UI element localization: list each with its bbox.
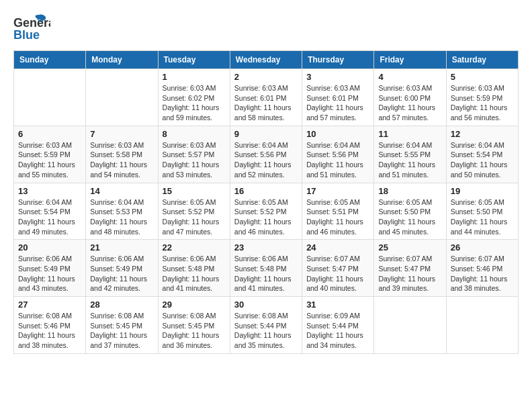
day-number: 20 bbox=[18, 242, 81, 253]
calendar-cell: 23Sunrise: 6:06 AMSunset: 5:48 PMDayligh… bbox=[230, 240, 302, 297]
weekday-header-tuesday: Tuesday bbox=[158, 51, 230, 69]
day-info: Sunrise: 6:04 AMSunset: 5:56 PMDaylight:… bbox=[234, 140, 298, 180]
day-number: 1 bbox=[163, 72, 226, 82]
calendar-cell: 3Sunrise: 6:03 AMSunset: 6:01 PMDaylight… bbox=[302, 69, 374, 126]
calendar-table: SundayMondayTuesdayWednesdayThursdayFrid… bbox=[13, 50, 519, 354]
day-number: 17 bbox=[306, 186, 369, 196]
day-info: Sunrise: 6:05 AMSunset: 5:50 PMDaylight:… bbox=[451, 197, 514, 237]
day-number: 18 bbox=[378, 186, 441, 196]
day-number: 27 bbox=[18, 300, 81, 310]
day-number: 30 bbox=[234, 300, 298, 310]
calendar-cell: 20Sunrise: 6:06 AMSunset: 5:49 PMDayligh… bbox=[14, 240, 86, 297]
calendar-cell: 29Sunrise: 6:08 AMSunset: 5:45 PMDayligh… bbox=[158, 297, 230, 354]
day-info: Sunrise: 6:06 AMSunset: 5:49 PMDaylight:… bbox=[18, 254, 81, 293]
calendar-cell: 5Sunrise: 6:03 AMSunset: 5:59 PMDaylight… bbox=[446, 69, 518, 126]
day-number: 24 bbox=[306, 242, 369, 253]
day-info: Sunrise: 6:03 AMSunset: 5:58 PMDaylight:… bbox=[90, 140, 153, 180]
calendar-header: SundayMondayTuesdayWednesdayThursdayFrid… bbox=[14, 51, 519, 69]
day-number: 22 bbox=[163, 242, 226, 253]
day-number: 21 bbox=[90, 242, 153, 253]
calendar-cell: 28Sunrise: 6:08 AMSunset: 5:45 PMDayligh… bbox=[86, 297, 158, 354]
calendar-cell: 30Sunrise: 6:08 AMSunset: 5:44 PMDayligh… bbox=[230, 297, 302, 354]
day-info: Sunrise: 6:05 AMSunset: 5:52 PMDaylight:… bbox=[234, 197, 298, 237]
calendar-cell bbox=[374, 297, 446, 354]
calendar-cell: 24Sunrise: 6:07 AMSunset: 5:47 PMDayligh… bbox=[302, 240, 374, 297]
weekday-row: SundayMondayTuesdayWednesdayThursdayFrid… bbox=[14, 51, 519, 69]
calendar-cell: 1Sunrise: 6:03 AMSunset: 6:02 PMDaylight… bbox=[158, 69, 230, 126]
day-info: Sunrise: 6:03 AMSunset: 5:59 PMDaylight:… bbox=[18, 140, 81, 180]
day-number: 5 bbox=[451, 72, 514, 82]
calendar-cell: 9Sunrise: 6:04 AMSunset: 5:56 PMDaylight… bbox=[230, 126, 302, 183]
weekday-header-wednesday: Wednesday bbox=[230, 51, 302, 69]
day-number: 6 bbox=[18, 129, 81, 139]
calendar-cell bbox=[446, 297, 518, 354]
calendar-cell: 13Sunrise: 6:04 AMSunset: 5:54 PMDayligh… bbox=[14, 183, 86, 240]
calendar-cell: 14Sunrise: 6:04 AMSunset: 5:53 PMDayligh… bbox=[86, 183, 158, 240]
calendar-cell bbox=[86, 69, 158, 126]
calendar-week-2: 6Sunrise: 6:03 AMSunset: 5:59 PMDaylight… bbox=[14, 126, 519, 183]
calendar-cell: 15Sunrise: 6:05 AMSunset: 5:52 PMDayligh… bbox=[158, 183, 230, 240]
day-number: 3 bbox=[306, 72, 369, 82]
calendar-week-4: 20Sunrise: 6:06 AMSunset: 5:49 PMDayligh… bbox=[14, 240, 519, 297]
day-info: Sunrise: 6:04 AMSunset: 5:55 PMDaylight:… bbox=[378, 140, 441, 180]
day-number: 19 bbox=[451, 186, 514, 196]
calendar-cell: 16Sunrise: 6:05 AMSunset: 5:52 PMDayligh… bbox=[230, 183, 302, 240]
day-number: 2 bbox=[234, 72, 298, 82]
day-number: 29 bbox=[163, 300, 226, 310]
day-number: 16 bbox=[234, 186, 298, 196]
calendar-cell: 31Sunrise: 6:09 AMSunset: 5:44 PMDayligh… bbox=[302, 297, 374, 354]
day-info: Sunrise: 6:07 AMSunset: 5:47 PMDaylight:… bbox=[306, 254, 369, 293]
day-number: 7 bbox=[90, 129, 153, 139]
day-number: 26 bbox=[451, 242, 514, 253]
day-info: Sunrise: 6:03 AMSunset: 6:01 PMDaylight:… bbox=[306, 83, 369, 123]
calendar-cell: 19Sunrise: 6:05 AMSunset: 5:50 PMDayligh… bbox=[446, 183, 518, 240]
day-info: Sunrise: 6:03 AMSunset: 6:01 PMDaylight:… bbox=[234, 83, 298, 123]
calendar-cell: 6Sunrise: 6:03 AMSunset: 5:59 PMDaylight… bbox=[14, 126, 86, 183]
calendar-week-5: 27Sunrise: 6:08 AMSunset: 5:46 PMDayligh… bbox=[14, 297, 519, 354]
calendar-cell: 21Sunrise: 6:06 AMSunset: 5:49 PMDayligh… bbox=[86, 240, 158, 297]
calendar-week-1: 1Sunrise: 6:03 AMSunset: 6:02 PMDaylight… bbox=[14, 69, 519, 126]
svg-text:Blue: Blue bbox=[13, 28, 40, 42]
day-info: Sunrise: 6:03 AMSunset: 6:02 PMDaylight:… bbox=[163, 83, 226, 123]
day-info: Sunrise: 6:06 AMSunset: 5:49 PMDaylight:… bbox=[90, 254, 153, 293]
day-number: 23 bbox=[234, 242, 298, 253]
day-info: Sunrise: 6:03 AMSunset: 5:57 PMDaylight:… bbox=[163, 140, 226, 180]
day-info: Sunrise: 6:08 AMSunset: 5:45 PMDaylight:… bbox=[90, 311, 153, 351]
day-number: 9 bbox=[234, 129, 298, 139]
day-number: 12 bbox=[451, 129, 514, 139]
day-info: Sunrise: 6:08 AMSunset: 5:45 PMDaylight:… bbox=[163, 311, 226, 351]
calendar-cell: 8Sunrise: 6:03 AMSunset: 5:57 PMDaylight… bbox=[158, 126, 230, 183]
calendar-cell: 18Sunrise: 6:05 AMSunset: 5:50 PMDayligh… bbox=[374, 183, 446, 240]
calendar-cell: 17Sunrise: 6:05 AMSunset: 5:51 PMDayligh… bbox=[302, 183, 374, 240]
calendar-cell: 26Sunrise: 6:07 AMSunset: 5:46 PMDayligh… bbox=[446, 240, 518, 297]
day-info: Sunrise: 6:09 AMSunset: 5:44 PMDaylight:… bbox=[306, 311, 369, 351]
calendar-cell: 12Sunrise: 6:04 AMSunset: 5:54 PMDayligh… bbox=[446, 126, 518, 183]
day-info: Sunrise: 6:05 AMSunset: 5:52 PMDaylight:… bbox=[163, 197, 226, 237]
day-info: Sunrise: 6:08 AMSunset: 5:44 PMDaylight:… bbox=[234, 311, 298, 351]
day-number: 31 bbox=[306, 300, 369, 310]
day-info: Sunrise: 6:03 AMSunset: 5:59 PMDaylight:… bbox=[451, 83, 514, 123]
day-info: Sunrise: 6:05 AMSunset: 5:51 PMDaylight:… bbox=[306, 197, 369, 237]
calendar-cell: 7Sunrise: 6:03 AMSunset: 5:58 PMDaylight… bbox=[86, 126, 158, 183]
day-info: Sunrise: 6:04 AMSunset: 5:54 PMDaylight:… bbox=[451, 140, 514, 180]
day-number: 13 bbox=[18, 186, 81, 196]
calendar-cell: 10Sunrise: 6:04 AMSunset: 5:56 PMDayligh… bbox=[302, 126, 374, 183]
calendar-cell: 22Sunrise: 6:06 AMSunset: 5:48 PMDayligh… bbox=[158, 240, 230, 297]
calendar-cell: 2Sunrise: 6:03 AMSunset: 6:01 PMDaylight… bbox=[230, 69, 302, 126]
day-number: 15 bbox=[163, 186, 226, 196]
day-info: Sunrise: 6:04 AMSunset: 5:56 PMDaylight:… bbox=[306, 140, 369, 180]
weekday-header-saturday: Saturday bbox=[446, 51, 518, 69]
weekday-header-sunday: Sunday bbox=[14, 51, 86, 69]
calendar-cell: 4Sunrise: 6:03 AMSunset: 6:00 PMDaylight… bbox=[374, 69, 446, 126]
page-header: General Blue bbox=[13, 13, 519, 44]
day-info: Sunrise: 6:03 AMSunset: 6:00 PMDaylight:… bbox=[378, 83, 441, 123]
calendar-cell: 25Sunrise: 6:07 AMSunset: 5:47 PMDayligh… bbox=[374, 240, 446, 297]
day-number: 10 bbox=[306, 129, 369, 139]
day-info: Sunrise: 6:04 AMSunset: 5:53 PMDaylight:… bbox=[90, 197, 153, 237]
calendar-cell bbox=[14, 69, 86, 126]
day-info: Sunrise: 6:07 AMSunset: 5:46 PMDaylight:… bbox=[451, 254, 514, 293]
day-info: Sunrise: 6:08 AMSunset: 5:46 PMDaylight:… bbox=[18, 311, 81, 351]
day-number: 25 bbox=[378, 242, 441, 253]
day-info: Sunrise: 6:04 AMSunset: 5:54 PMDaylight:… bbox=[18, 197, 81, 237]
calendar-week-3: 13Sunrise: 6:04 AMSunset: 5:54 PMDayligh… bbox=[14, 183, 519, 240]
